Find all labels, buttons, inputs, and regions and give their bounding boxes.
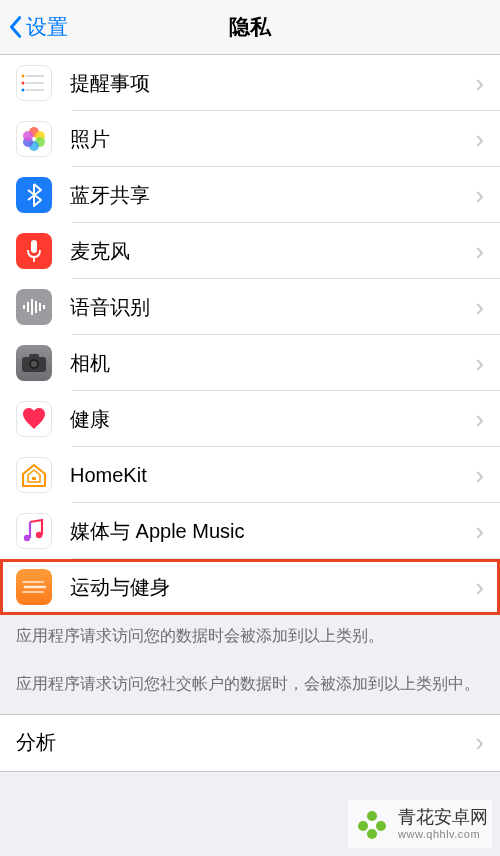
row-label: HomeKit	[70, 464, 475, 487]
chevron-right-icon: ›	[475, 404, 484, 435]
row-label: 媒体与 Apple Music	[70, 518, 475, 545]
svg-rect-15	[27, 302, 29, 312]
svg-rect-18	[39, 303, 41, 311]
row-label: 语音识别	[70, 294, 475, 321]
watermark-url: www.qhhlv.com	[398, 828, 488, 840]
page-title: 隐私	[229, 13, 271, 41]
row-speech[interactable]: 语音识别 ›	[0, 279, 500, 335]
svg-rect-16	[31, 299, 33, 315]
row-label: 麦克风	[70, 238, 475, 265]
row-label: 运动与健身	[70, 574, 475, 601]
row-motion[interactable]: 运动与健身 ›	[0, 559, 500, 615]
chevron-right-icon: ›	[475, 180, 484, 211]
svg-point-28	[358, 821, 368, 831]
analysis-section: 分析 ›	[0, 714, 500, 772]
chevron-right-icon: ›	[475, 572, 484, 603]
chevron-right-icon: ›	[475, 516, 484, 547]
privacy-list: 提醒事项 › 照片 › 蓝牙共享 › 麦克风 › 语音识别 › 相机 ›	[0, 55, 500, 615]
row-analysis[interactable]: 分析 ›	[0, 715, 500, 771]
row-label: 健康	[70, 406, 475, 433]
svg-point-5	[22, 89, 25, 92]
health-icon	[16, 401, 52, 437]
row-microphone[interactable]: 麦克风 ›	[0, 223, 500, 279]
svg-point-30	[367, 829, 377, 839]
svg-rect-14	[23, 305, 25, 309]
chevron-right-icon: ›	[475, 68, 484, 99]
watermark-logo-icon	[352, 804, 392, 844]
svg-point-23	[31, 361, 37, 367]
footer-note-2: 应用程序请求访问您社交帐户的数据时，会被添加到以上类别中。	[0, 667, 500, 713]
svg-point-31	[368, 821, 376, 829]
svg-rect-12	[31, 240, 37, 253]
svg-rect-21	[29, 354, 39, 359]
row-music[interactable]: 媒体与 Apple Music ›	[0, 503, 500, 559]
reminders-icon	[16, 65, 52, 101]
homekit-icon	[16, 457, 52, 493]
watermark-name: 青花安卓网	[398, 808, 488, 828]
svg-point-29	[376, 821, 386, 831]
row-label: 相机	[70, 350, 475, 377]
svg-rect-24	[32, 477, 36, 480]
chevron-right-icon: ›	[475, 124, 484, 155]
row-health[interactable]: 健康 ›	[0, 391, 500, 447]
svg-point-3	[22, 82, 25, 85]
row-label: 照片	[70, 126, 475, 153]
music-icon	[16, 513, 52, 549]
chevron-right-icon: ›	[475, 292, 484, 323]
chevron-right-icon: ›	[475, 348, 484, 379]
svg-point-27	[367, 811, 377, 821]
chevron-right-icon: ›	[475, 727, 484, 758]
speech-icon	[16, 289, 52, 325]
svg-rect-19	[43, 305, 45, 309]
bluetooth-icon	[16, 177, 52, 213]
svg-point-11	[23, 131, 33, 141]
row-label: 蓝牙共享	[70, 182, 475, 209]
chevron-right-icon: ›	[475, 460, 484, 491]
back-label: 设置	[26, 13, 68, 41]
chevron-left-icon	[8, 15, 22, 39]
row-reminders[interactable]: 提醒事项 ›	[0, 55, 500, 111]
svg-point-1	[22, 75, 25, 78]
row-label: 提醒事项	[70, 70, 475, 97]
row-homekit[interactable]: HomeKit ›	[0, 447, 500, 503]
svg-rect-17	[35, 301, 37, 313]
chevron-right-icon: ›	[475, 236, 484, 267]
svg-point-26	[36, 532, 42, 538]
back-button[interactable]: 设置	[0, 13, 68, 41]
camera-icon	[16, 345, 52, 381]
microphone-icon	[16, 233, 52, 269]
row-photos[interactable]: 照片 ›	[0, 111, 500, 167]
svg-point-25	[24, 535, 30, 541]
row-bluetooth[interactable]: 蓝牙共享 ›	[0, 167, 500, 223]
footer-note-1: 应用程序请求访问您的数据时会被添加到以上类别。	[0, 615, 500, 667]
photos-icon	[16, 121, 52, 157]
row-label: 分析	[16, 729, 475, 756]
nav-header: 设置 隐私	[0, 0, 500, 55]
row-camera[interactable]: 相机 ›	[0, 335, 500, 391]
watermark: 青花安卓网 www.qhhlv.com	[348, 800, 492, 848]
motion-icon	[16, 569, 52, 605]
